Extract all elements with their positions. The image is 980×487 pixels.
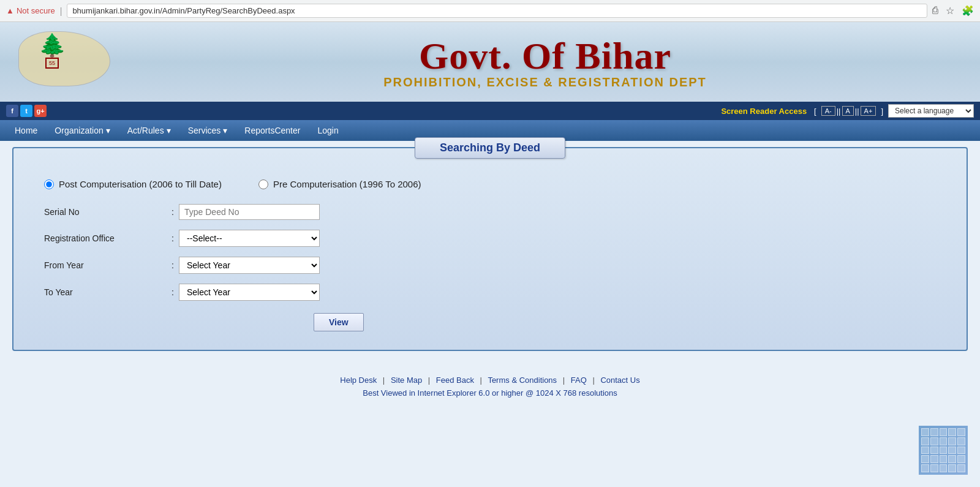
nav-services[interactable]: Services ▾ — [179, 120, 236, 141]
font-decrease-button[interactable]: A- — [821, 106, 835, 116]
bracket-open: [ — [814, 107, 816, 116]
share-icon[interactable]: ⎙ — [932, 5, 938, 17]
reg-office-row: Registration Office : --Select-- — [44, 230, 936, 247]
form-fields: Serial No : Registration Office : --Sele… — [32, 204, 948, 331]
corner-decoration — [919, 426, 968, 475]
from-year-select[interactable]: Select Year — [179, 257, 320, 274]
site-wrapper: 🌲 55 Govt. Of Bihar PROHIBITION, EXCISE … — [0, 22, 980, 487]
to-year-label: To Year — [44, 287, 167, 297]
from-year-colon: : — [167, 260, 179, 270]
separator: || — [837, 107, 841, 116]
bracket-close: ] — [881, 107, 883, 116]
site-footer: Help Desk | Site Map | Feed Back | Terms… — [0, 363, 980, 407]
pre-computerisation-option[interactable]: Pre Computerisation (1996 To 2006) — [258, 179, 421, 189]
site-header: 🌲 55 Govt. Of Bihar PROHIBITION, EXCISE … — [0, 22, 980, 102]
to-year-select[interactable]: Select Year — [179, 284, 320, 301]
pre-radio-label: Pre Computerisation (1996 To 2006) — [273, 179, 421, 189]
puzzle-icon[interactable]: 🧩 — [962, 5, 974, 17]
font-size-controls: A- || A || A+ — [821, 106, 876, 116]
chevron-down-icon: ▾ — [167, 126, 171, 135]
from-year-row: From Year : Select Year — [44, 257, 936, 274]
site-map-link[interactable]: Site Map — [391, 376, 422, 385]
nav-login[interactable]: Login — [309, 120, 347, 141]
to-year-colon: : — [167, 287, 179, 297]
reg-office-select[interactable]: --Select-- — [179, 230, 320, 247]
google-plus-icon[interactable]: g+ — [34, 105, 47, 117]
to-year-row: To Year : Select Year — [44, 284, 936, 301]
header-subtitle: PROHIBITION, EXCISE & REGISTRATION DEPT — [123, 75, 968, 89]
nav-home[interactable]: Home — [6, 120, 46, 141]
help-desk-link[interactable]: Help Desk — [340, 376, 377, 385]
nav-organization[interactable]: Organization ▾ — [46, 120, 118, 141]
serial-no-label: Serial No — [44, 207, 167, 217]
twitter-icon[interactable]: t — [20, 105, 32, 117]
star-icon[interactable]: ☆ — [946, 5, 954, 17]
logo-emblem: 🌲 55 — [31, 34, 74, 83]
serial-no-input[interactable] — [179, 204, 320, 220]
serial-colon: : — [167, 207, 179, 217]
post-radio-label: Post Computerisation (2006 to Till Date) — [59, 179, 222, 189]
main-title: Govt. Of Bihar — [123, 34, 968, 78]
faq-link[interactable]: FAQ — [571, 376, 587, 385]
logo-box: 55 — [45, 58, 59, 69]
tree-icon: 🌲 — [39, 34, 66, 56]
font-normal-button[interactable]: A — [842, 106, 854, 116]
browser-action-icons: ⎙ ☆ 🧩 — [932, 5, 974, 17]
radio-section: Post Computerisation (2006 to Till Date)… — [32, 179, 948, 189]
serial-no-row: Serial No : — [44, 204, 936, 220]
address-bar[interactable]: bhumijankari.bihar.gov.in/Admin/PartyReg… — [67, 4, 927, 18]
pre-radio-button[interactable] — [258, 179, 268, 189]
not-secure-label: Not secure — [17, 6, 55, 15]
utility-bar: f t g+ Screen Reader Access [ A- || A ||… — [0, 102, 980, 120]
header-title: Govt. Of Bihar PROHIBITION, EXCISE & REG… — [123, 34, 968, 89]
header-logo: 🌲 55 — [12, 28, 123, 96]
browser-bar: ▲ Not secure | bhumijankari.bihar.gov.in… — [0, 0, 980, 22]
font-increase-button[interactable]: A+ — [861, 106, 876, 116]
post-radio-button[interactable] — [44, 179, 54, 189]
content-area: Searching By Deed Post Computerisation (… — [0, 141, 980, 363]
view-button[interactable]: View — [314, 313, 364, 331]
chevron-down-icon: ▾ — [106, 126, 110, 135]
footer-note: Best Viewed in Internet Explorer 6.0 or … — [0, 388, 980, 398]
language-selector[interactable]: Select a language — [888, 104, 974, 118]
social-icons: f t g+ — [6, 105, 47, 117]
chevron-down-icon: ▾ — [223, 126, 227, 135]
reg-office-colon: : — [167, 233, 179, 243]
nav-reports-center[interactable]: ReportsCenter — [236, 120, 309, 141]
security-warning: ▲ Not secure — [6, 6, 55, 15]
contact-us-link[interactable]: Contact Us — [600, 376, 639, 385]
form-panel: Searching By Deed Post Computerisation (… — [12, 147, 968, 351]
footer-links: Help Desk | Site Map | Feed Back | Terms… — [0, 376, 980, 385]
screen-reader-label: Screen Reader Access — [721, 107, 807, 116]
url-separator: | — [60, 6, 62, 16]
warning-triangle: ▲ — [6, 6, 14, 15]
separator2: || — [855, 107, 859, 116]
nav-act-rules[interactable]: Act/Rules ▾ — [119, 120, 179, 141]
facebook-icon[interactable]: f — [6, 105, 18, 117]
page-title: Searching By Deed — [415, 137, 565, 159]
terms-link[interactable]: Terms & Conditions — [488, 376, 557, 385]
post-computerisation-option[interactable]: Post Computerisation (2006 to Till Date) — [44, 179, 222, 189]
reg-office-label: Registration Office — [44, 233, 167, 243]
from-year-label: From Year — [44, 260, 167, 270]
feed-back-link[interactable]: Feed Back — [436, 376, 474, 385]
